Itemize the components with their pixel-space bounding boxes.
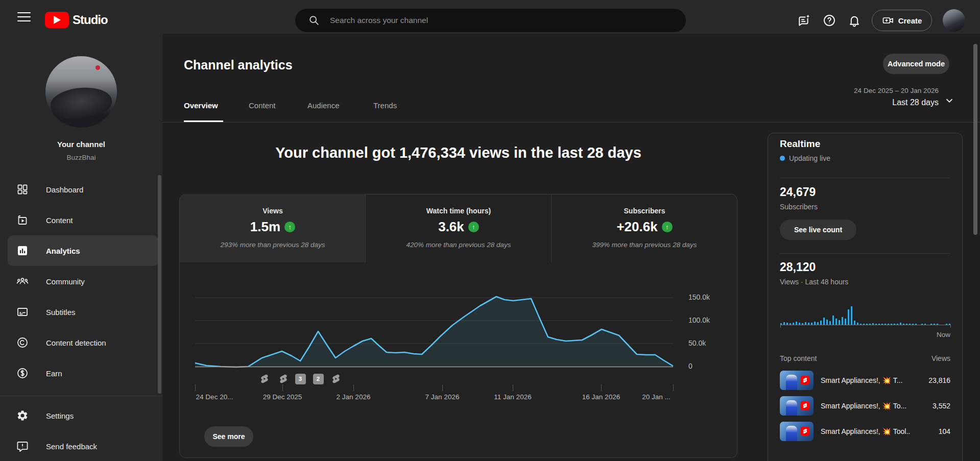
x-axis-tick [195, 384, 196, 391]
trend-up-icon: ↑ [662, 222, 673, 232]
advanced-mode-button[interactable]: Advanced mode [883, 54, 949, 74]
metric-tab-watch-time[interactable]: Watch time (hours) 3.6k ↑ 420% more than… [366, 194, 552, 262]
metric-label: Views [180, 207, 366, 215]
sparkline-bar [845, 319, 846, 325]
see-live-count-button[interactable]: See live count [780, 220, 856, 240]
video-title: Smart Appliances!, 💥 T... [821, 376, 910, 384]
x-axis-tick [442, 384, 443, 391]
metric-label: Subscribers [552, 207, 737, 215]
video-views: 3,552 [933, 402, 950, 410]
content-icon [16, 214, 29, 226]
help-icon[interactable] [823, 14, 836, 27]
shorts-badge-icon [801, 401, 809, 410]
channel-title: Your channel [0, 140, 162, 149]
now-label: Now [868, 331, 950, 338]
x-axis-tick [282, 384, 283, 391]
sidebar-item-dashboard[interactable]: Dashboard [0, 174, 162, 205]
realtime-status: Updating live [780, 154, 830, 162]
sidebar-item-subtitles[interactable]: Subtitles [0, 297, 162, 327]
youtube-studio-app: Studio Create [0, 0, 980, 461]
sparkline-bar [820, 321, 822, 325]
y-axis-tick: 0 [688, 362, 724, 370]
sidebar-item-content[interactable]: Content [0, 205, 162, 235]
metric-comparison: 420% more than previous 28 days [366, 241, 552, 249]
date-preset-label[interactable]: Last 28 days [734, 98, 939, 107]
shorts-icon[interactable] [259, 373, 270, 384]
sidebar-item-analytics[interactable]: Analytics [0, 235, 162, 266]
notifications-bell-icon[interactable] [848, 14, 861, 27]
account-avatar[interactable] [943, 9, 965, 32]
x-axis-label: 2 Jan 2026 [337, 393, 371, 401]
analytics-icon [16, 245, 29, 257]
sparkline-tick [950, 325, 951, 328]
sidebar-item-content-detection[interactable]: Content detection [0, 327, 162, 358]
channel-name: BuzzBhai [0, 154, 162, 161]
sidebar-item-label: Subtitles [46, 308, 76, 317]
x-axis-tick [673, 384, 674, 391]
sidebar-item-label: Earn [46, 369, 62, 378]
sidebar-item-community[interactable]: Community [0, 266, 162, 297]
search-icon [308, 15, 320, 26]
shorts-badge-icon [801, 376, 809, 384]
create-video-icon [882, 14, 894, 27]
realtime-subscribers-value: 24,679 [780, 185, 816, 199]
sparkline-baseline [780, 325, 951, 325]
copyright-icon [16, 336, 29, 349]
x-axis-label: 29 Dec 2025 [263, 393, 302, 401]
x-axis-label: 24 Dec 20... [196, 393, 233, 401]
date-range-text: 24 Dec 2025 – 20 Jan 2026 [734, 87, 939, 94]
metric-comparison: 399% more than previous 28 days [552, 241, 737, 249]
sparkline-bar [832, 316, 834, 325]
search-bar[interactable] [295, 9, 686, 32]
y-axis-tick: 100.0k [688, 316, 724, 324]
subtitles-icon [16, 306, 29, 318]
publish-count-badge[interactable]: 2 [313, 373, 324, 384]
top-content-row[interactable]: Smart Appliances!, 💥 To... 3,552 [780, 396, 950, 416]
publish-count-badge[interactable]: 3 [295, 373, 306, 384]
create-button[interactable]: Create [872, 10, 932, 31]
tab-overview[interactable]: Overview [184, 101, 218, 122]
sidebar: Your channel BuzzBhai Dashboard Content [0, 34, 162, 461]
top-content-row[interactable]: Smart Appliances!, 💥 Tool... 104 [780, 422, 950, 441]
realtime-views-label: Views · Last 48 hours [780, 278, 848, 286]
tab-trends[interactable]: Trends [373, 101, 397, 122]
feedback-sparkle-icon[interactable] [797, 14, 810, 27]
page-scrollbar[interactable] [973, 44, 977, 235]
metric-separator [551, 194, 552, 262]
dashboard-icon [16, 183, 29, 196]
realtime-title: Realtime [780, 138, 820, 150]
top-content-row[interactable]: Smart Appliances!, 💥 T... 23,816 [780, 371, 950, 390]
video-views: 23,816 [928, 376, 950, 384]
tab-audience[interactable]: Audience [307, 101, 340, 122]
shorts-icon[interactable] [278, 373, 289, 384]
youtube-logo-icon[interactable] [45, 12, 69, 28]
studio-wordmark: Studio [73, 13, 108, 27]
sparkline-tick [780, 325, 781, 328]
sidebar-item-send-feedback[interactable]: Send feedback [0, 431, 162, 461]
search-input[interactable] [330, 16, 657, 25]
channel-avatar[interactable] [45, 56, 117, 128]
sparkline-bar [842, 317, 843, 325]
chevron-down-icon[interactable] [944, 95, 955, 106]
dollar-icon [16, 367, 29, 379]
metric-separator [365, 194, 366, 262]
metric-tab-views[interactable]: Views 1.5m ↑ 293% more than previous 28 … [180, 194, 366, 262]
x-axis-label: 7 Jan 2026 [425, 393, 460, 401]
hamburger-menu-icon[interactable] [17, 12, 31, 21]
sidebar-item-label: Content detection [46, 338, 106, 347]
sidebar-item-settings[interactable]: Settings [0, 400, 162, 431]
views-headline: Your channel got 1,476,334 views in the … [179, 144, 737, 161]
realtime-divider [780, 178, 950, 178]
sidebar-scrollbar[interactable] [158, 175, 161, 394]
y-axis-tick: 150.0k [688, 293, 724, 301]
shorts-icon[interactable] [330, 373, 342, 384]
metric-tab-subscribers[interactable]: Subscribers +20.6k ↑ 399% more than prev… [552, 194, 737, 262]
realtime-subscribers-label: Subscribers [780, 203, 818, 211]
tab-content[interactable]: Content [249, 101, 276, 122]
sidebar-item-earn[interactable]: Earn [0, 358, 162, 389]
see-more-button[interactable]: See more [204, 426, 253, 447]
x-axis-tick [513, 384, 513, 391]
sidebar-item-label: Community [46, 277, 85, 286]
metric-label: Watch time (hours) [366, 207, 552, 215]
sparkline-bar [829, 321, 831, 325]
